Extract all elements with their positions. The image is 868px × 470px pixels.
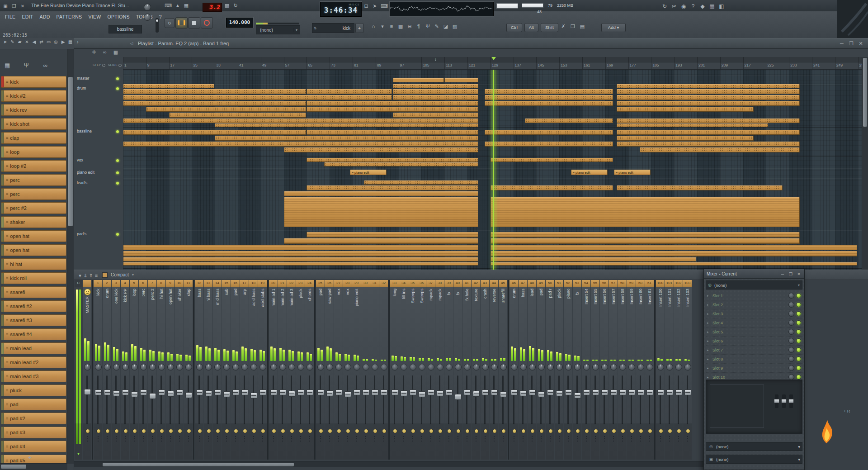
sidebar-scrollbar[interactable] [67,49,74,464]
mixer-strip[interactable]: 38impack [435,280,444,460]
playlist-clip[interactable] [617,101,800,106]
fader-handle[interactable] [131,391,138,397]
tempo-display[interactable]: 140.000 [226,18,253,28]
step-edit-icon[interactable]: ▩ [224,3,230,8]
volume-fader[interactable] [509,374,518,426]
mixer-strip[interactable]: 29piano edit [352,280,361,460]
pan-knob[interactable] [473,364,480,370]
fader-handle[interactable] [455,394,462,400]
mute-tool-icon[interactable]: ◀ [32,40,37,44]
mute-led[interactable] [355,429,359,433]
mixer-strip[interactable]: 35Sweeps [408,280,417,460]
volume-fader[interactable] [296,374,305,426]
pan-knob[interactable] [428,364,434,370]
pattern-item[interactable]: ≡snarefi #3 [1,314,66,326]
menu-add[interactable]: ADD [37,14,53,19]
fader-handle[interactable] [419,391,425,397]
playlist-clip[interactable] [485,89,613,94]
fader-handle[interactable] [317,389,324,395]
fader-handle[interactable] [297,389,304,395]
paint-tool-icon[interactable]: ▰ [17,40,22,44]
pan-knob[interactable] [529,364,536,370]
mute-led[interactable] [160,429,164,433]
mixer-strip[interactable]: 24chords [305,280,314,460]
mini-slider[interactable] [789,394,793,408]
playlist-clip[interactable] [393,78,444,82]
fader-handle[interactable] [529,389,536,395]
channel-target-selector[interactable]: ⇅ kick [312,23,354,33]
pan-knob[interactable] [167,364,174,370]
playlist-clip[interactable] [485,95,613,100]
fader-handle[interactable] [482,389,489,395]
mute-led[interactable] [539,429,544,433]
fader-handle[interactable] [520,390,527,396]
mixer-strip[interactable]: 31 [370,280,379,460]
playlist-clip[interactable] [491,158,613,162]
pan-knob[interactable] [297,364,304,370]
add-button[interactable]: Add ▾ [601,23,626,32]
fader-handle[interactable] [288,391,295,397]
volume-fader[interactable] [305,374,314,426]
mixer-strip[interactable]: 11clap [184,280,193,460]
playlist-clip[interactable] [393,95,478,100]
mute-led[interactable] [576,429,580,433]
fader-handle[interactable] [158,389,165,395]
volume-fader[interactable] [408,374,417,426]
mixer-slot[interactable]: ▸Slot 2 [706,300,802,309]
cut-icon[interactable]: ✗ [561,24,566,29]
track-header[interactable]: vox [74,157,123,164]
mute-led[interactable] [364,429,368,433]
mixer-strip[interactable]: 102Insert 102 [674,280,683,460]
pattern-item[interactable]: ≡kick rev [1,104,66,116]
window-restore-icon[interactable]: ▣ [3,4,8,9]
volume-fader[interactable] [325,374,334,426]
mute-led[interactable] [337,429,341,433]
sidebar-scroll-thumb[interactable] [68,77,73,226]
mixer-strip[interactable]: 33long [390,280,399,460]
pattern-name-display[interactable]: bassline [108,25,142,33]
mixer-strip[interactable]: 21main ad 2 [278,280,287,460]
slot-led[interactable] [796,302,801,307]
pan-knob[interactable] [307,364,313,370]
preview-icon[interactable]: ♪ [75,40,80,44]
fader-handle[interactable] [646,389,653,395]
pan-knob[interactable] [556,364,563,370]
mixer-slot[interactable]: ▸Slot 1 [706,291,802,300]
playlist-clip[interactable] [444,78,478,82]
mixer-strip[interactable]: 101Insert 101 [665,280,674,460]
pan-knob[interactable] [372,364,378,370]
pattern-item[interactable]: ≡hi hat [1,258,66,270]
volume-fader[interactable] [627,374,636,426]
blend-notes-icon[interactable]: ▦ [184,3,189,8]
volume-fader[interactable] [591,374,599,426]
track-led[interactable] [116,159,119,162]
slot-knob[interactable] [788,320,794,326]
pan-knob[interactable] [392,364,398,370]
fader-handle[interactable] [500,391,507,397]
playlist-clip[interactable] [525,119,613,123]
playlist-clip[interactable] [307,158,478,162]
playlist-clip[interactable] [307,232,478,237]
sidebar-hscroll-thumb[interactable] [1,465,26,469]
pan-knob[interactable] [410,364,416,370]
playlist-clip[interactable] [640,147,800,152]
mixer-strip[interactable]: 19acid stabs [258,280,267,460]
mixer-strip[interactable]: 20main ad 1 [269,280,278,460]
volume-fader[interactable] [352,374,361,426]
mixer-strip[interactable]: 27vox [334,280,343,460]
mute-led[interactable] [225,429,229,433]
pattern-item[interactable]: ≡pad #4 [1,441,66,452]
select-tool-icon[interactable]: ▭ [46,40,51,44]
playlist-clip[interactable] [123,95,392,100]
volume-fader[interactable] [537,374,545,426]
mixer-strip[interactable]: 10shaker [175,280,184,460]
help-icon[interactable]: ? [690,4,696,9]
pan-knob[interactable] [666,364,673,370]
pan-knob[interactable] [601,364,608,370]
fader-handle[interactable] [565,389,572,395]
pan-knob[interactable] [279,364,286,370]
mute-led[interactable] [530,429,535,433]
fader-handle[interactable] [392,389,398,395]
detach-icon[interactable]: ✛ [91,50,97,55]
playlist-clip[interactable] [491,245,857,250]
